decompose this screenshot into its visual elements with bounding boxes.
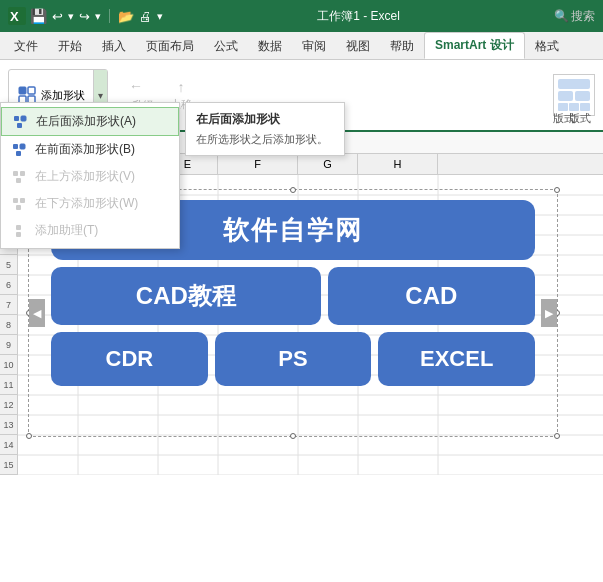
svg-rect-16 [20, 144, 25, 149]
tab-view[interactable]: 视图 [336, 34, 380, 59]
open-icon[interactable]: 📂 [118, 9, 134, 24]
dropdown-item-above-label: 在上方添加形状(V) [35, 168, 135, 185]
smartart-bot-mid-text: PS [278, 346, 307, 372]
svg-rect-2 [19, 87, 26, 94]
svg-rect-7 [558, 91, 573, 101]
dropdown-item-assistant: 添加助理(T) [1, 217, 179, 244]
add-shape-dropdown-menu: 在后面添加形状(A) 在前面添加形状(B) 在上方添加形状(V) [0, 102, 180, 249]
search-icon: 🔍 [554, 9, 569, 23]
tab-home[interactable]: 开始 [48, 34, 92, 59]
handle-top-right[interactable] [554, 187, 560, 193]
handle-bot-right[interactable] [554, 433, 560, 439]
tab-page-layout[interactable]: 页面布局 [136, 34, 204, 59]
redo-icon[interactable]: ↪ [79, 9, 90, 24]
tab-formulas[interactable]: 公式 [204, 34, 248, 59]
handle-bot-left[interactable] [26, 433, 32, 439]
smartart-bot-left-text: CDR [106, 346, 154, 372]
ribbon-section-label: 版式 [553, 111, 575, 126]
tab-insert[interactable]: 插入 [92, 34, 136, 59]
smartart-middle-row: CAD教程 CAD [51, 267, 535, 325]
col-header-rest [438, 154, 603, 174]
print-icon[interactable]: 🖨 [139, 9, 152, 24]
workbook-title: 工作簿1 - Excel [163, 8, 554, 25]
search-box[interactable]: 🔍 搜索 [554, 8, 595, 25]
col-header-f: F [218, 154, 298, 174]
tab-format[interactable]: 格式 [525, 34, 569, 59]
smartart-bottom-row: CDR PS EXCEL [51, 332, 535, 386]
title-bar-icons: X [8, 7, 26, 25]
save-icon[interactable]: 💾 [30, 8, 47, 24]
row-header-9: 9 [0, 335, 17, 355]
row-header-14: 14 [0, 435, 17, 455]
smartart-bot-right-text: EXCEL [420, 346, 493, 372]
quick-access-toolbar: 💾 ↩ ▾ ↪ ▾ 📂 🖨 ▾ [30, 8, 163, 24]
svg-rect-10 [569, 103, 579, 111]
svg-rect-25 [16, 232, 21, 237]
svg-rect-12 [14, 116, 19, 121]
smartart-mid-right[interactable]: CAD [328, 267, 535, 325]
dropdown-item-before[interactable]: 在前面添加形状(B) [1, 136, 179, 163]
shape-assistant-icon [11, 223, 27, 239]
handle-bot-mid[interactable] [290, 433, 296, 439]
layout-section: 版式 [553, 74, 595, 116]
row-header-15: 15 [0, 455, 17, 475]
smartart-mid-left[interactable]: CAD教程 [51, 267, 321, 325]
search-label: 搜索 [571, 8, 595, 25]
row-header-13: 13 [0, 415, 17, 435]
smartart-ribbon: 添加形状 ▾ ← ← 升级 ↑ 上移 版式 [0, 60, 603, 132]
dropdown-item-after[interactable]: 在后面添加形状(A) [1, 107, 179, 136]
smartart-mid-left-text: CAD教程 [136, 280, 236, 312]
row-header-7: 7 [0, 295, 17, 315]
svg-text:X: X [10, 9, 19, 24]
shape-above-icon [11, 169, 27, 185]
redo-dropdown-icon[interactable]: ▾ [68, 10, 74, 23]
tab-data[interactable]: 数据 [248, 34, 292, 59]
ribbon-tabs: 文件 开始 插入 页面布局 公式 数据 审阅 视图 帮助 SmartArt 设计… [0, 32, 603, 60]
col-header-h: H [358, 154, 438, 174]
svg-rect-19 [20, 171, 25, 176]
svg-rect-6 [558, 79, 590, 89]
tab-review[interactable]: 审阅 [292, 34, 336, 59]
tooltip-box: 在后面添加形状 在所选形状之后添加形状。 [185, 102, 345, 156]
svg-rect-21 [13, 198, 18, 203]
svg-rect-23 [16, 205, 21, 210]
separator [109, 9, 110, 23]
layout-thumb-1[interactable] [553, 74, 595, 116]
handle-top-mid[interactable] [290, 187, 296, 193]
shape-below-icon [11, 196, 27, 212]
tooltip-description: 在所选形状之后添加形状。 [196, 132, 334, 147]
col-header-g: G [298, 154, 358, 174]
svg-rect-20 [16, 178, 21, 183]
dropdown-item-below: 在下方添加形状(W) [1, 190, 179, 217]
left-scroll-arrow[interactable]: ◀ [29, 299, 45, 327]
dropdown-item-assistant-label: 添加助理(T) [35, 222, 98, 239]
smartart-top-text: 软件自学网 [223, 213, 363, 248]
tab-smartart-design[interactable]: SmartArt 设计 [424, 32, 525, 59]
row-header-5: 5 [0, 255, 17, 275]
undo-icon[interactable]: ↩ [52, 9, 63, 24]
smartart-bot-mid[interactable]: PS [215, 332, 372, 386]
row-header-11: 11 [0, 375, 17, 395]
tab-help[interactable]: 帮助 [380, 34, 424, 59]
svg-rect-14 [17, 123, 22, 128]
svg-rect-18 [13, 171, 18, 176]
add-shape-label: 添加形状 [41, 88, 85, 103]
dropdown-item-after-label: 在后面添加形状(A) [36, 113, 136, 130]
dropdown-item-below-label: 在下方添加形状(W) [35, 195, 138, 212]
svg-rect-17 [16, 151, 21, 156]
shape-after-icon [12, 114, 28, 130]
right-scroll-arrow[interactable]: ▶ [541, 299, 557, 327]
customize-icon[interactable]: ▾ [95, 10, 101, 23]
svg-rect-22 [20, 198, 25, 203]
smartart-bot-left[interactable]: CDR [51, 332, 208, 386]
arrow-up-icon: ↑ [178, 79, 185, 95]
smartart-mid-right-text: CAD [405, 282, 457, 310]
title-bar: X 💾 ↩ ▾ ↪ ▾ 📂 🖨 ▾ 工作簿1 - Excel 🔍 搜索 [0, 0, 603, 32]
tooltip-title: 在后面添加形状 [196, 111, 334, 128]
smartart-bot-right[interactable]: EXCEL [378, 332, 535, 386]
shape-before-icon [11, 142, 27, 158]
tab-file[interactable]: 文件 [4, 34, 48, 59]
row-header-6: 6 [0, 275, 17, 295]
arrow-left-icon: ← [129, 78, 143, 94]
row-header-12: 12 [0, 395, 17, 415]
